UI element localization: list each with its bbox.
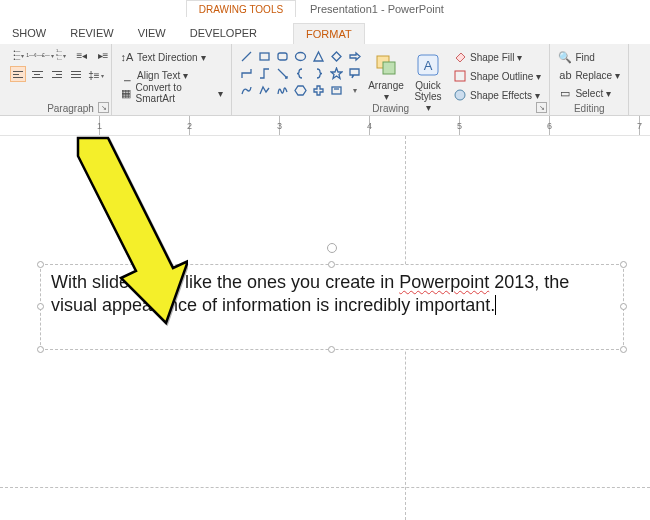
shape-effects-icon bbox=[453, 88, 467, 102]
find-button[interactable]: 🔍Find bbox=[556, 48, 622, 66]
shape-effects-button[interactable]: Shape Effects▾ bbox=[451, 86, 543, 104]
shapes-gallery[interactable]: ▾ bbox=[238, 48, 363, 98]
tab-view[interactable]: VIEW bbox=[126, 23, 178, 43]
tab-review[interactable]: REVIEW bbox=[58, 23, 125, 43]
resize-handle-l[interactable] bbox=[37, 303, 44, 310]
shape-brace-l[interactable] bbox=[292, 65, 309, 81]
shape-scribble[interactable] bbox=[274, 82, 291, 98]
drawing-dialog-launcher[interactable]: ↘ bbox=[536, 102, 547, 113]
shape-fill-icon bbox=[453, 50, 467, 64]
context-tab-drawing-tools: DRAWING TOOLS bbox=[186, 0, 296, 17]
ribbon: ▾ ▾ ▾ ≡◂ ▸≡ ‡≡▾ Paragraph ↘ ↕AText Direc… bbox=[0, 44, 650, 116]
align-right-button[interactable] bbox=[49, 66, 65, 82]
select-icon: ▭ bbox=[558, 86, 572, 100]
slide-canvas[interactable]: With slideshows like the ones you create… bbox=[0, 136, 650, 520]
resize-handle-br[interactable] bbox=[620, 346, 627, 353]
align-left-button[interactable] bbox=[10, 66, 26, 82]
resize-handle-tr[interactable] bbox=[620, 261, 627, 268]
tab-show[interactable]: SHOW bbox=[0, 23, 58, 43]
shape-rect[interactable] bbox=[256, 48, 273, 64]
svg-line-0 bbox=[242, 52, 251, 61]
align-justify-button[interactable] bbox=[68, 66, 84, 82]
ribbon-tabs: SHOW REVIEW VIEW DEVELOPER FORMAT bbox=[0, 22, 650, 44]
smartart-icon: ▦ bbox=[120, 86, 133, 100]
svg-rect-7 bbox=[383, 62, 395, 74]
group-label-paragraph: Paragraph bbox=[4, 103, 111, 114]
svg-rect-10 bbox=[455, 71, 465, 81]
shape-outline-button[interactable]: Shape Outline▾ bbox=[451, 67, 543, 85]
group-paragraph-extra: ↕AText Direction▾ ⎯Align Text▾ ▦Convert … bbox=[112, 44, 232, 115]
replace-icon: ab bbox=[558, 68, 572, 82]
group-editing: 🔍Find abReplace▾ ▭Select▾ Editing bbox=[550, 44, 629, 115]
svg-rect-4 bbox=[332, 87, 341, 94]
shape-star[interactable] bbox=[328, 65, 345, 81]
shape-conn2[interactable] bbox=[256, 65, 273, 81]
shape-triangle[interactable] bbox=[310, 48, 327, 64]
align-center-button[interactable] bbox=[29, 66, 45, 82]
shape-textbox-icon[interactable] bbox=[328, 82, 345, 98]
multilevel-list-button[interactable]: ▾ bbox=[52, 46, 70, 64]
shape-roundrect[interactable] bbox=[274, 48, 291, 64]
shape-arrow-r[interactable] bbox=[346, 48, 363, 64]
svg-point-3 bbox=[296, 52, 306, 60]
text-box[interactable]: With slideshows like the ones you create… bbox=[40, 264, 624, 350]
shape-freeform[interactable] bbox=[256, 82, 273, 98]
svg-point-11 bbox=[455, 90, 465, 100]
shape-callout[interactable] bbox=[346, 65, 363, 81]
group-label-editing: Editing bbox=[550, 103, 628, 114]
numbering-button[interactable]: ▾ bbox=[31, 46, 49, 64]
app-title: Presentation1 - PowerPoint bbox=[310, 3, 444, 15]
quick-styles-icon: A bbox=[413, 50, 443, 80]
line-spacing-button[interactable]: ‡≡▾ bbox=[87, 66, 105, 84]
title-bar: DRAWING TOOLS Presentation1 - PowerPoint bbox=[0, 0, 650, 22]
find-icon: 🔍 bbox=[558, 50, 572, 64]
shape-fill-button[interactable]: Shape Fill▾ bbox=[451, 48, 543, 66]
group-label-drawing: Drawing bbox=[232, 103, 549, 114]
shape-diamond[interactable] bbox=[328, 48, 345, 64]
resize-handle-bl[interactable] bbox=[37, 346, 44, 353]
svg-rect-2 bbox=[278, 53, 287, 60]
shape-outline-icon bbox=[453, 69, 467, 83]
textbox-content[interactable]: With slideshows like the ones you create… bbox=[41, 265, 623, 324]
paragraph-dialog-launcher[interactable]: ↘ bbox=[98, 102, 109, 113]
increase-indent-button[interactable]: ▸≡ bbox=[94, 46, 112, 64]
shape-oval[interactable] bbox=[292, 48, 309, 64]
shape-conn3[interactable] bbox=[274, 65, 291, 81]
shape-conn1[interactable] bbox=[238, 65, 255, 81]
group-paragraph: ▾ ▾ ▾ ≡◂ ▸≡ ‡≡▾ Paragraph ↘ bbox=[4, 44, 112, 115]
resize-handle-b[interactable] bbox=[328, 346, 335, 353]
select-button[interactable]: ▭Select▾ bbox=[556, 84, 622, 102]
svg-text:A: A bbox=[424, 58, 433, 73]
replace-button[interactable]: abReplace▾ bbox=[556, 66, 622, 84]
shape-brace-r[interactable] bbox=[310, 65, 327, 81]
horizontal-ruler[interactable]: 1 2 3 4 5 6 7 bbox=[0, 116, 650, 136]
shape-line[interactable] bbox=[238, 48, 255, 64]
rotate-handle[interactable] bbox=[327, 243, 337, 253]
align-text-icon: ⎯ bbox=[120, 68, 134, 82]
tab-developer[interactable]: DEVELOPER bbox=[178, 23, 269, 43]
shape-curve[interactable] bbox=[238, 82, 255, 98]
convert-smartart-button[interactable]: ▦Convert to SmartArt▾ bbox=[118, 84, 225, 102]
svg-rect-1 bbox=[260, 53, 269, 60]
resize-handle-tl[interactable] bbox=[37, 261, 44, 268]
decrease-indent-button[interactable]: ≡◂ bbox=[73, 46, 91, 64]
horizontal-guide bbox=[0, 487, 650, 488]
group-drawing: ▾ Arrange▾ A Quick Styles▾ Shape Fill▾ S… bbox=[232, 44, 550, 115]
resize-handle-t[interactable] bbox=[328, 261, 335, 268]
text-direction-icon: ↕A bbox=[120, 50, 134, 64]
bullets-button[interactable]: ▾ bbox=[10, 46, 28, 64]
resize-handle-r[interactable] bbox=[620, 303, 627, 310]
arrange-button[interactable]: Arrange▾ bbox=[367, 48, 405, 102]
shapes-more[interactable]: ▾ bbox=[346, 82, 363, 98]
tab-format[interactable]: FORMAT bbox=[293, 23, 365, 44]
text-direction-button[interactable]: ↕AText Direction▾ bbox=[118, 48, 225, 66]
arrange-icon bbox=[371, 50, 401, 80]
shape-plus[interactable] bbox=[310, 82, 327, 98]
shape-hexagon[interactable] bbox=[292, 82, 309, 98]
